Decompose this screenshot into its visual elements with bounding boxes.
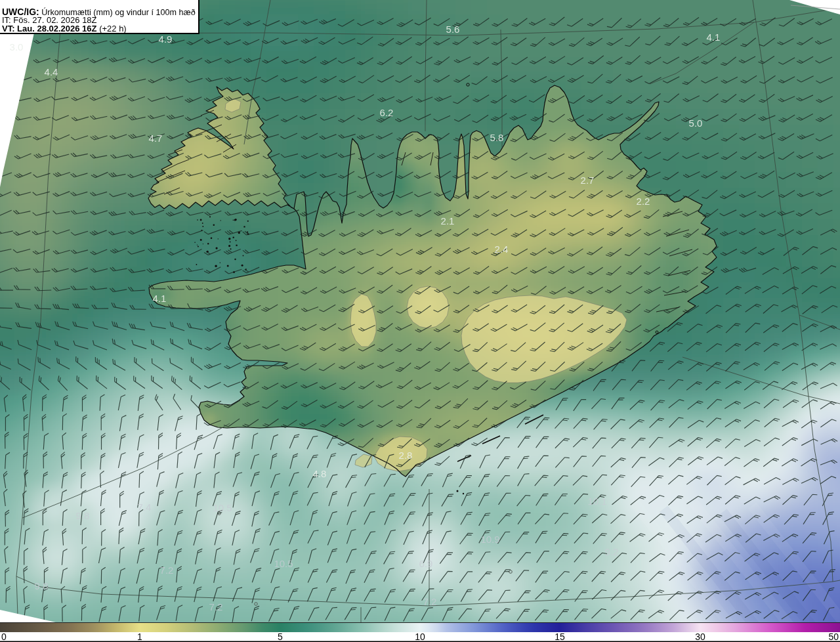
svg-text:9.8: 9.8 [76, 510, 90, 521]
svg-text:2.2: 2.2 [637, 196, 650, 207]
svg-text:6.2: 6.2 [380, 107, 394, 118]
svg-text:4.4: 4.4 [45, 66, 58, 77]
svg-text:5.0: 5.0 [689, 118, 703, 129]
svg-text:7.2: 7.2 [423, 596, 437, 607]
svg-text:9.2: 9.2 [605, 546, 619, 557]
svg-text:4.1: 4.1 [153, 293, 167, 304]
svg-text:4.7: 4.7 [149, 133, 163, 144]
svg-text:30: 30 [695, 631, 705, 642]
svg-text:10.5: 10.5 [274, 558, 293, 569]
svg-text:5: 5 [278, 631, 283, 642]
svg-text:1: 1 [137, 631, 142, 642]
svg-text:2.7: 2.7 [581, 175, 595, 186]
svg-text:4.8: 4.8 [313, 468, 327, 479]
svg-text:4.1: 4.1 [707, 32, 721, 43]
svg-text:10: 10 [415, 631, 425, 642]
svg-text:3.0: 3.0 [10, 41, 24, 53]
svg-text:10.9: 10.9 [480, 534, 499, 545]
svg-text:15: 15 [555, 631, 565, 642]
svg-text:6.9: 6.9 [419, 558, 433, 569]
svg-text:50: 50 [828, 631, 839, 642]
svg-text:5.8: 5.8 [490, 132, 504, 143]
svg-text:7.2: 7.2 [160, 565, 174, 576]
svg-text:10.1: 10.1 [587, 496, 606, 507]
svg-text:0: 0 [1, 631, 7, 642]
svg-text:5.6: 5.6 [446, 24, 460, 35]
svg-text:7.4: 7.4 [138, 502, 152, 513]
svg-text:10.5: 10.5 [213, 502, 232, 513]
svg-text:2.1: 2.1 [441, 215, 455, 226]
svg-text:9.8: 9.8 [35, 580, 49, 591]
svg-text:7.2: 7.2 [209, 601, 223, 612]
svg-text:4.9: 4.9 [159, 33, 173, 45]
svg-text:2.4: 2.4 [495, 244, 509, 255]
svg-text:2.8: 2.8 [399, 450, 413, 461]
